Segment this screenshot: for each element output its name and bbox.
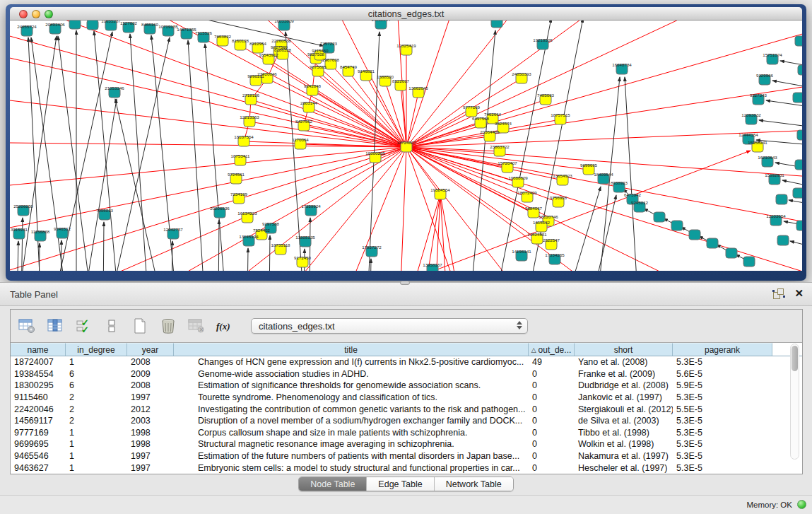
table-row[interactable]: 946554611997Estimation of the future num… [11,450,802,462]
graph-edge[interactable] [218,220,219,271]
graph-edge[interactable] [565,187,601,271]
close-panel-icon[interactable]: ✕ [794,288,804,299]
table-settings-icon[interactable] [16,315,37,337]
table-row[interactable]: 1872400712008Changes of HCN gene express… [11,356,802,368]
graph-edge[interactable] [625,77,638,271]
graph-edge[interactable] [789,200,802,206]
graph-edge[interactable] [115,99,163,271]
graph-node[interactable] [707,238,718,248]
graph-node[interactable] [793,93,802,103]
table-cell: 1 [66,463,127,473]
graph-node[interactable] [87,21,98,30]
graph-node[interactable] [795,36,802,46]
graph-node[interactable] [654,212,665,222]
table-row[interactable]: 2242004622012Investigating the contribut… [11,403,802,415]
graph-edge[interactable] [205,44,226,271]
graph-edge[interactable] [10,147,406,192]
table-row[interactable]: 969969511998Structural magnetic resonanc… [11,438,802,450]
window-titlebar[interactable]: citations_edges.txt [10,7,802,21]
graph-node[interactable] [796,221,802,230]
graph-edge[interactable] [21,218,23,271]
tab-edge-table[interactable]: Edge Table [367,477,434,491]
graph-edge[interactable] [61,240,61,271]
graph-edge[interactable] [406,21,749,147]
graph-node[interactable] [689,230,700,240]
float-panel-icon[interactable] [773,288,784,299]
graph-edge[interactable] [10,43,406,147]
graph-node[interactable] [491,21,502,28]
new-table-icon[interactable] [129,315,151,337]
graph-node[interactable] [743,257,755,267]
table-cell: 5.3E-5 [673,463,772,473]
column-header-year[interactable]: year [127,343,174,356]
column-header-short[interactable]: short [575,343,673,356]
graph-edge[interactable] [10,147,406,271]
graph-edge[interactable] [281,45,406,147]
graph-edge[interactable] [251,100,406,147]
graph-node[interactable] [69,21,81,29]
graph-edge[interactable] [406,147,802,234]
delete-icon[interactable] [158,315,179,337]
tab-network-table[interactable]: Network Table [435,477,513,491]
graph-edge[interactable] [435,194,440,271]
show-column-icon[interactable] [45,315,66,337]
graph-node-label: 18757515 [551,112,570,117]
graph-node[interactable] [726,248,737,258]
graph-node-label: 16033809 [274,21,294,23]
graph-node[interactable] [375,21,387,29]
graph-edge[interactable] [188,40,205,271]
graph-edge[interactable] [83,99,117,271]
function-builder-icon[interactable]: f(x) [214,315,235,337]
network-select[interactable]: citations_edges.txt [251,318,528,334]
table-row[interactable]: 1938455462009Genome-wide association stu… [11,368,802,380]
graph-edge[interactable] [103,222,104,271]
graph-node[interactable] [776,194,787,204]
split-handle[interactable] [400,281,410,285]
graph-edge[interactable] [440,194,459,271]
graph-edge[interactable] [782,180,802,188]
graph-edge[interactable] [267,78,406,147]
graph-edge[interactable] [396,147,406,271]
graph-node[interactable] [793,188,802,198]
graph-edge[interactable] [406,29,802,147]
graph-edge[interactable] [130,34,148,271]
graph-edge[interactable] [370,259,371,271]
table-cell: Changes of HCN gene expression and I(f) … [174,357,529,367]
graph-node[interactable] [671,221,683,230]
graph-node[interactable] [797,130,802,140]
graph-edge[interactable] [94,31,119,271]
graph-node[interactable] [795,160,802,170]
column-header-in_degree[interactable]: in_degree [66,343,127,356]
graph-edge[interactable] [17,241,18,271]
scrollbar-thumb[interactable] [792,346,798,371]
column-header-name[interactable]: name [11,343,66,356]
table-row[interactable]: 946362711997Embryonic stem cells: a mode… [11,462,802,474]
table-row[interactable]: 1830029562008Estimation of significance … [11,380,802,392]
graph-edge[interactable] [790,241,802,248]
graph-edge[interactable] [269,235,270,271]
graph-edge[interactable] [10,142,406,147]
column-header-out_de[interactable]: △out_de... [529,343,575,356]
graph-node-label: 18735118 [271,243,290,247]
table-row[interactable]: 911546021997Tourette syndrome. Phenomeno… [11,392,802,404]
graph-node[interactable] [798,65,802,75]
table-row[interactable]: 977716911998Corpus callosum shape and si… [11,427,802,439]
network-graph[interactable]: 1872400718300295193845547663822816012889… [10,21,802,271]
column-header-pagerank[interactable]: pagerank [673,343,772,356]
column-header-title[interactable]: title [174,343,529,356]
graph-edge[interactable] [10,93,406,147]
graph-edge[interactable] [406,21,481,147]
tab-node-table[interactable]: Node Table [299,477,367,491]
graph-edge[interactable] [410,194,440,271]
graph-edge[interactable] [247,248,248,271]
vertical-scrollbar[interactable] [790,344,799,460]
graph-node[interactable] [777,235,789,245]
select-rows-icon[interactable]: ✓✓ [73,315,94,337]
row-height-icon[interactable] [101,315,122,337]
graph-edge[interactable] [423,194,440,271]
network-canvas[interactable]: 1872400718300295193845547663822816012889… [10,21,802,271]
delete-table-disabled-icon[interactable]: ✕ [186,315,207,337]
table-row[interactable]: 1456911722003Disruption of a novel membe… [11,415,802,427]
graph-edge[interactable] [759,120,802,128]
graph-edge[interactable] [406,93,418,147]
